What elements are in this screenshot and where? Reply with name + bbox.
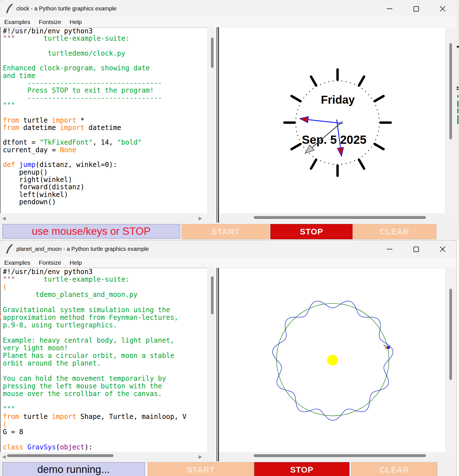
start-button[interactable]: START xyxy=(148,462,254,476)
pane-divider[interactable] xyxy=(217,268,219,461)
code-vertical-scrollbar[interactable] xyxy=(207,27,217,213)
status-label: demo running... xyxy=(2,462,145,476)
canvas-horizontal-scrollbar[interactable] xyxy=(219,452,457,461)
scrollbar-thumb[interactable] xyxy=(211,38,214,68)
minimize-button[interactable] xyxy=(381,240,398,257)
code-horizontal-scrollbar[interactable]: ◀ ▶ xyxy=(0,213,217,223)
scrollbar-thumb[interactable] xyxy=(211,276,214,314)
minimize-icon xyxy=(387,8,392,9)
minimize-button[interactable] xyxy=(381,0,398,17)
titlebar[interactable]: clock - a Python turtle graphics example xyxy=(0,0,457,17)
start-button[interactable]: START xyxy=(182,224,269,239)
menu-fontsize[interactable]: Fontsize xyxy=(39,19,61,25)
clock-day-label: Friday xyxy=(321,94,355,106)
demo-controls: use mouse/keys or STOP START STOP CLEAR xyxy=(0,223,457,240)
window-title: planet_and_moon - a Python turtle graphi… xyxy=(16,240,149,257)
clear-button[interactable]: CLEAR xyxy=(353,224,436,239)
clock-window: clock - a Python turtle graphics example… xyxy=(0,0,457,240)
window-title: clock - a Python turtle graphics example xyxy=(16,0,117,17)
scrollbar-thumb[interactable] xyxy=(449,43,452,139)
maximize-button[interactable] xyxy=(408,0,424,17)
planet-dot xyxy=(387,346,390,349)
scrollbar-thumb[interactable] xyxy=(449,289,452,380)
scroll-right-icon[interactable]: ▶ xyxy=(199,213,202,223)
planet-and-moon-window: planet_and_moon - a Python turtle graphi… xyxy=(0,240,457,476)
clock-canvas: Friday Sep. 5 2025 xyxy=(219,27,445,214)
menu-help[interactable]: Help xyxy=(70,259,82,266)
background-window-sliver xyxy=(457,0,459,240)
maximize-icon xyxy=(414,247,419,252)
close-icon xyxy=(440,246,446,252)
demo-controls: demo running... START STOP CLEAR xyxy=(0,461,457,476)
close-button[interactable] xyxy=(434,0,451,17)
maximize-button[interactable] xyxy=(408,240,424,257)
maximize-icon xyxy=(414,6,419,12)
source-code-view[interactable]: #!/usr/bin/env python3""" turtle-example… xyxy=(0,268,207,452)
stop-button[interactable]: STOP xyxy=(254,462,349,476)
pane-divider[interactable] xyxy=(217,27,219,223)
menubar: Examples Fontsize Help xyxy=(0,257,457,268)
trail-speck xyxy=(384,345,386,346)
code-horizontal-scrollbar[interactable]: ◀ ▶ xyxy=(0,452,217,461)
status-label: use mouse/keys or STOP xyxy=(2,224,180,239)
menu-fontsize[interactable]: Fontsize xyxy=(39,259,61,266)
scrollbar-thumb[interactable] xyxy=(254,454,426,457)
close-icon xyxy=(440,6,446,12)
canvas-vertical-scrollbar[interactable] xyxy=(445,268,457,452)
stop-button[interactable]: STOP xyxy=(270,224,353,239)
scroll-left-icon[interactable]: ◀ xyxy=(2,213,6,223)
minimize-icon xyxy=(387,249,392,249)
code-vertical-scrollbar[interactable] xyxy=(207,268,217,452)
menu-examples[interactable]: Examples xyxy=(4,259,30,266)
scrollbar-thumb[interactable] xyxy=(7,454,114,457)
clear-button[interactable]: CLEAR xyxy=(351,462,438,476)
scrollbar-thumb[interactable] xyxy=(254,216,426,219)
scroll-left-icon[interactable]: ◀ xyxy=(2,452,6,461)
clock-date-label: Sep. 5 2025 xyxy=(302,133,367,146)
sun-dot xyxy=(327,355,338,366)
orbit-canvas xyxy=(219,268,445,452)
code-artifact: ( xyxy=(0,313,2,321)
close-button[interactable] xyxy=(434,240,451,257)
menu-help[interactable]: Help xyxy=(70,19,82,25)
source-code-view[interactable]: #!/usr/bin/env python3""" turtle-example… xyxy=(0,27,207,213)
trail-speck xyxy=(383,345,384,346)
menubar: Examples Fontsize Help xyxy=(0,17,457,27)
canvas-vertical-scrollbar[interactable] xyxy=(445,27,457,213)
tk-feather-icon xyxy=(6,244,14,254)
tk-feather-icon xyxy=(6,3,14,14)
canvas-horizontal-scrollbar[interactable] xyxy=(219,213,457,223)
titlebar[interactable]: planet_and_moon - a Python turtle graphi… xyxy=(0,240,457,258)
scroll-right-icon[interactable]: ▶ xyxy=(199,452,202,461)
menu-examples[interactable]: Examples xyxy=(4,19,30,25)
